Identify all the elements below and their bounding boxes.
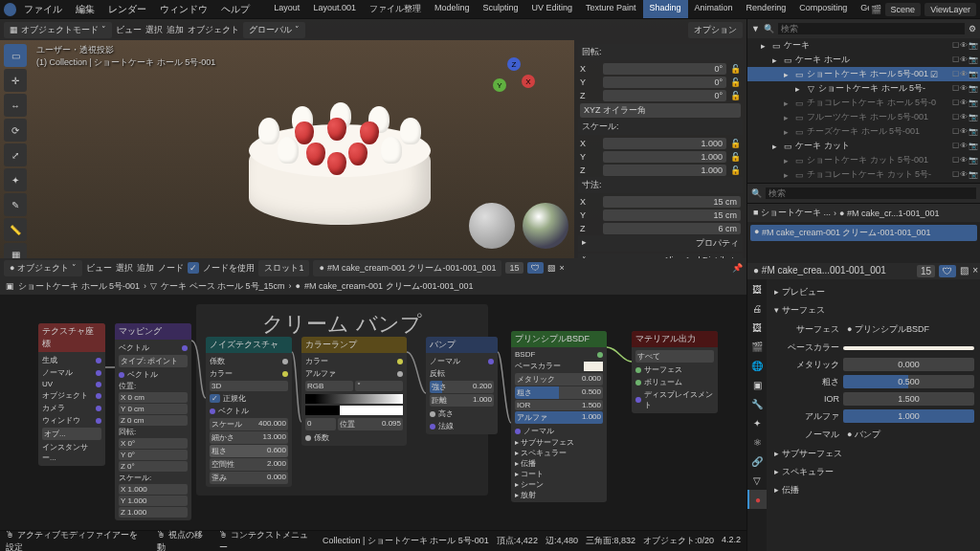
slider-field[interactable]: 1.000 — [843, 409, 974, 423]
link-value[interactable]: ● バンプ — [843, 427, 974, 443]
dim-z-field[interactable]: 6 cm — [603, 223, 741, 234]
rot-z-field[interactable]: 0° — [603, 90, 726, 101]
gizmo-z-icon[interactable]: Z — [507, 57, 521, 71]
tab-object[interactable]: ▣ — [747, 375, 767, 394]
blender-logo-icon[interactable] — [4, 3, 16, 16]
material-selector[interactable]: ● #M cake_cream-001 クリーム-001-001_001 — [313, 260, 501, 276]
section-surface[interactable]: ▾ サーフェス — [772, 301, 974, 320]
gizmo-x-icon[interactable]: X — [522, 75, 535, 88]
eye-icon[interactable]: 👁 — [960, 113, 968, 121]
eye-icon[interactable]: 👁 — [960, 142, 968, 150]
object-field[interactable]: オブ... — [42, 428, 101, 440]
camera-icon[interactable]: 📷 — [969, 142, 978, 150]
rot-mode-selector[interactable]: XYZ オイラー角 — [580, 103, 741, 118]
tab-world[interactable]: 🌐 — [747, 356, 767, 375]
lock-icon[interactable]: 🔓 — [730, 77, 741, 87]
dim-x-field[interactable]: 15 cm — [603, 196, 741, 208]
node-noise[interactable]: ノイズテクスチャ 係数 カラー 3D ✓ 正規化 ベクトル スケール400.00… — [206, 337, 292, 487]
section-subsurface[interactable]: ▸ サブサーフェス — [772, 445, 974, 463]
material-slot-active[interactable]: ● #M cake_cream-001 クリーム-001-001_001 — [750, 225, 977, 241]
tool-rotate[interactable]: ⟳ — [4, 119, 27, 142]
workspace-tab[interactable]: Layout.001 — [306, 0, 363, 18]
workspace-tab[interactable]: Texture Paint — [579, 0, 643, 18]
exclude-icon[interactable]: ☐ — [952, 99, 959, 107]
outliner-row[interactable]: ▸▭チーズケーキ ホール 5号-001☐👁📷 — [747, 124, 980, 139]
menu-edit[interactable]: 編集 — [70, 1, 100, 18]
use-nodes-checkbox[interactable]: ✓ — [188, 262, 199, 274]
ramp-gradient[interactable] — [305, 394, 403, 404]
eye-icon[interactable]: 👁 — [960, 99, 968, 107]
tab-material[interactable]: ● — [747, 490, 767, 509]
tab-physics[interactable]: ⚛ — [747, 432, 767, 452]
exclude-icon[interactable]: ☐ — [952, 84, 959, 93]
exclude-icon[interactable]: ☐ — [952, 127, 959, 136]
tool-annotate[interactable]: ✎ — [4, 193, 27, 216]
unlink-icon[interactable]: ▧ — [547, 263, 556, 273]
workspace-tab[interactable]: Layout — [267, 0, 306, 18]
outliner-row[interactable]: ▸▭ショートケーキ カット 5号-001☐👁📷 — [747, 153, 980, 167]
navigation-gizmo[interactable]: X Y Z — [488, 57, 536, 105]
tab-constraints[interactable]: 🔗 — [747, 452, 767, 471]
node-texcoord[interactable]: テクスチャ座標 生成 ノーマル UV オブジェクト カメラ ウィンドウ オブ..… — [38, 323, 105, 466]
camera-icon[interactable]: 📷 — [969, 113, 978, 121]
camera-icon[interactable]: 📷 — [969, 156, 978, 165]
lock-icon[interactable]: 🔓 — [730, 139, 741, 148]
lock-icon[interactable]: 🔓 — [730, 152, 741, 162]
rot-x-field[interactable]: 0° — [603, 63, 726, 75]
outliner-row[interactable]: ▸▽ショートケーキ ホール 5号-☐👁📷 — [747, 81, 980, 96]
scale-y-field[interactable]: 1.000 — [603, 151, 726, 163]
tab-render[interactable]: 🖼 — [747, 279, 767, 298]
tab-viewlayer[interactable]: 🖼 — [747, 318, 767, 337]
slider-field[interactable]: 0.000 — [843, 358, 974, 371]
slider-field[interactable]: 0.500 — [843, 375, 974, 388]
fake-user-icon[interactable]: 🛡 — [527, 262, 544, 274]
link-value[interactable]: ● プリンシプルBSDF — [843, 321, 974, 338]
outliner-row[interactable]: ▸▭チョコレートケーキ ホール 5号-0☐👁📷 — [747, 96, 980, 110]
menu-help[interactable]: ヘルプ — [215, 1, 256, 18]
tab-output[interactable]: 🖨 — [747, 298, 767, 318]
new-material-icon[interactable]: ▧ — [960, 265, 969, 277]
tool-measure[interactable]: 📏 — [4, 218, 27, 241]
camera-icon[interactable]: 📷 — [969, 170, 978, 179]
lock-icon[interactable]: 🔓 — [730, 91, 741, 100]
eye-icon[interactable]: 👁 — [960, 70, 968, 78]
filter-funnel-icon[interactable]: ⚙ — [969, 24, 976, 33]
tool-move[interactable]: ↔ — [4, 94, 27, 117]
exclude-icon[interactable]: ☐ — [952, 70, 959, 78]
eye-icon[interactable]: 👁 — [960, 41, 968, 50]
camera-icon[interactable]: 📷 — [969, 99, 978, 107]
eye-icon[interactable]: 👁 — [960, 127, 968, 136]
viewport-menu-view[interactable]: ビュー — [116, 24, 142, 36]
tab-data[interactable]: ▽ — [747, 471, 767, 490]
bc-material[interactable]: ● #M cake_cr...1-001_001 — [839, 209, 940, 218]
material-users[interactable]: 15 — [917, 265, 935, 277]
rot-y-field[interactable]: 0° — [603, 77, 726, 88]
node-mapping[interactable]: マッピング ベクトル タイプ: ポイント ベクトル 位置: X 0 cm Y 0… — [115, 323, 191, 520]
dim-y-field[interactable]: 15 cm — [603, 209, 741, 221]
panel-properties[interactable]: ▸ プロパティ — [578, 235, 743, 252]
tab-particles[interactable]: ✦ — [747, 413, 767, 432]
section-extra[interactable]: ▸ 伝播 — [772, 481, 974, 499]
node-principled-bsdf[interactable]: プリンシプルBSDF BSDF ベースカラー メタリック0.000 粗さ0.50… — [511, 331, 607, 502]
pin-icon[interactable]: 📌 — [732, 263, 743, 273]
camera-icon[interactable]: 📷 — [969, 70, 978, 78]
node-menu-add[interactable]: 追加 — [137, 262, 154, 275]
node-bump[interactable]: バンプ ノーマル 反転 強さ0.200 距離1.000 高さ 法線 — [426, 337, 498, 434]
node-type-selector[interactable]: ● オブジェクト ˅ — [4, 260, 82, 276]
node-colorramp[interactable]: カラーランプ カラー アルファ RGB˅ 0位置0.095 係数 — [301, 337, 407, 446]
tab-modifiers[interactable]: 🔧 — [747, 394, 767, 413]
menu-file[interactable]: ファイル — [18, 1, 68, 18]
tab-scene[interactable]: 🎬 — [747, 337, 767, 356]
outliner-row[interactable]: ▸▭ケーキ ホール☐👁📷 — [747, 53, 980, 67]
workspace-tab[interactable]: Sculpting — [476, 0, 524, 18]
workspace-tab-active[interactable]: Shading — [643, 0, 688, 18]
panel-align[interactable]: ˅ Align And Distribute — [578, 253, 743, 258]
mat-users-count[interactable]: 15 — [505, 262, 523, 274]
color-swatch[interactable] — [843, 346, 974, 350]
tool-select-box[interactable]: ▭ — [4, 44, 27, 67]
camera-icon[interactable]: 📷 — [969, 127, 978, 136]
node-menu-select[interactable]: 選択 — [116, 262, 133, 275]
menu-render[interactable]: レンダー — [102, 1, 152, 18]
workspace-tab[interactable]: ファイル整理 — [363, 0, 428, 18]
workspace-tab[interactable]: Modeling — [428, 0, 477, 18]
